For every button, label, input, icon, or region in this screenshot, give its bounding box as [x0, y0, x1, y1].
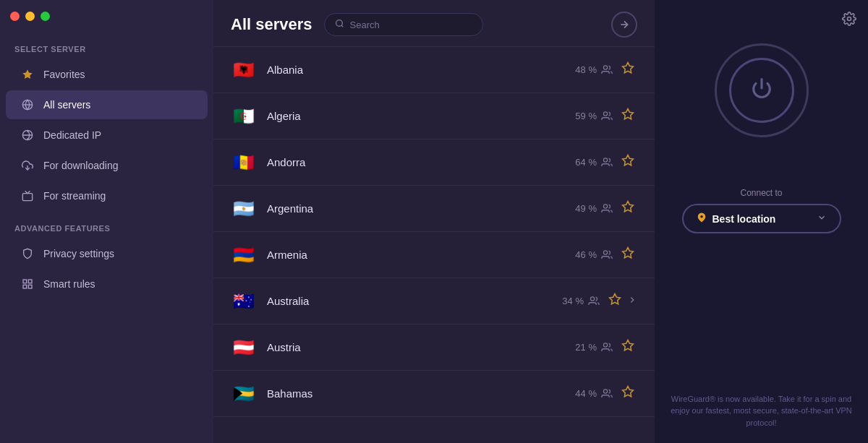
settings-button[interactable]	[842, 12, 856, 30]
svg-point-23	[603, 250, 607, 254]
country-flag: 🇦🇱	[231, 57, 257, 83]
server-row[interactable]: 🇩🇿 Algeria 59 %	[213, 93, 655, 139]
sidebar-item-favorites[interactable]: Favorites	[6, 60, 208, 89]
country-name: Algeria	[267, 110, 575, 122]
users-icon	[601, 64, 613, 76]
country-flag: 🇦🇺	[231, 288, 257, 314]
chevron-down-icon	[817, 212, 827, 225]
load-info: 21 %	[575, 342, 613, 353]
svg-rect-9	[28, 280, 32, 283]
titlebar	[0, 0, 213, 32]
favorite-star-icon[interactable]	[621, 108, 634, 124]
sidebar-item-smart-rules[interactable]: Smart rules	[6, 270, 208, 298]
country-flag: 🇦🇷	[231, 196, 257, 222]
sidebar-section-label: Select Server	[0, 32, 213, 59]
globe-icon	[20, 98, 35, 112]
page-title: All servers	[231, 15, 312, 34]
svg-point-15	[603, 65, 607, 69]
server-row[interactable]: 🇦🇲 Armenia 46 %	[213, 232, 655, 278]
sidebar-item-all-servers[interactable]: All servers	[6, 90, 208, 119]
svg-line-13	[341, 25, 343, 27]
right-panel: Connect to Best location WireGuard® is n…	[655, 0, 868, 443]
sidebar-item-for-streaming[interactable]: For streaming	[6, 181, 208, 210]
server-row[interactable]: 🇦🇷 Argentina 49 %	[213, 186, 655, 232]
advanced-section-label: Advanced Features	[0, 211, 213, 238]
favorite-star-icon[interactable]	[621, 246, 634, 263]
expand-chevron-icon[interactable]	[627, 295, 637, 308]
svg-marker-0	[22, 69, 32, 79]
favorite-star-icon[interactable]	[621, 385, 634, 402]
favorite-star-icon[interactable]	[608, 293, 621, 309]
minimize-button[interactable]	[25, 12, 35, 21]
load-info: 46 %	[575, 249, 613, 261]
svg-point-25	[590, 296, 594, 300]
svg-point-31	[848, 17, 851, 21]
country-name: Australia	[267, 295, 562, 307]
sidebar-item-privacy-settings[interactable]: Privacy settings	[6, 239, 208, 268]
favorite-star-icon[interactable]	[621, 61, 634, 78]
svg-point-27	[603, 343, 607, 346]
search-bar[interactable]	[324, 13, 483, 36]
svg-point-17	[603, 111, 607, 115]
sidebar-item-favorites-label: Favorites	[43, 69, 85, 80]
search-input[interactable]	[350, 20, 466, 30]
svg-marker-30	[623, 387, 634, 397]
favorite-star-icon[interactable]	[621, 200, 634, 217]
country-name: Austria	[267, 341, 575, 353]
load-info: 59 %	[575, 111, 613, 122]
svg-rect-7	[22, 194, 32, 201]
country-name: Albania	[267, 64, 575, 76]
sidebar-item-smart-rules-label: Smart rules	[43, 278, 95, 290]
load-info: 64 %	[575, 157, 613, 168]
navigation-arrow[interactable]	[611, 12, 637, 38]
load-percent: 34 %	[562, 296, 584, 306]
users-icon	[601, 249, 613, 261]
power-button[interactable]	[729, 58, 794, 123]
sidebar-item-for-downloading[interactable]: For downloading	[6, 151, 208, 180]
svg-rect-8	[23, 280, 27, 283]
users-icon	[601, 342, 613, 353]
connect-dropdown[interactable]: Best location	[682, 204, 841, 233]
sidebar-item-all-servers-label: All servers	[43, 99, 90, 111]
load-percent: 21 %	[575, 342, 597, 353]
cloud-download-icon	[20, 158, 35, 173]
country-flag: 🇦🇩	[231, 150, 257, 176]
favorite-star-icon[interactable]	[621, 154, 634, 171]
sidebar-item-dedicated-ip[interactable]: Dedicated IP	[6, 121, 208, 150]
best-location-label: Best location	[712, 213, 776, 225]
svg-marker-24	[623, 248, 634, 258]
svg-marker-20	[623, 155, 634, 165]
svg-marker-28	[623, 340, 634, 350]
globe-network-icon	[20, 128, 35, 142]
server-list: 🇦🇱 Albania 48 % �	[213, 47, 655, 443]
location-pin-icon	[697, 212, 707, 225]
svg-marker-22	[623, 202, 634, 212]
load-percent: 44 %	[575, 388, 597, 399]
favorite-star-icon[interactable]	[621, 339, 634, 356]
server-row[interactable]: 🇦🇹 Austria 21 %	[213, 324, 655, 371]
main-content: All servers 🇦🇱 Albania 48 %	[213, 0, 655, 443]
load-info: 49 %	[575, 203, 613, 215]
load-info: 44 %	[575, 388, 613, 400]
server-row[interactable]: 🇦🇩 Andorra 64 %	[213, 139, 655, 186]
svg-point-12	[336, 20, 342, 27]
connect-to-label: Connect to	[740, 188, 782, 198]
server-row[interactable]: 🇦🇱 Albania 48 %	[213, 47, 655, 93]
server-row[interactable]: 🇧🇸 Bahamas 44 %	[213, 371, 655, 417]
country-name: Andorra	[267, 156, 575, 168]
load-info: 48 %	[575, 64, 613, 76]
maximize-button[interactable]	[41, 12, 50, 21]
load-percent: 64 %	[575, 157, 597, 168]
svg-rect-11	[23, 285, 27, 288]
country-flag: 🇦🇹	[231, 335, 257, 361]
tv-icon	[20, 189, 35, 203]
svg-point-33	[700, 215, 703, 218]
svg-marker-16	[623, 63, 634, 73]
close-button[interactable]	[10, 12, 20, 21]
svg-marker-18	[623, 109, 634, 119]
sidebar-item-privacy-settings-label: Privacy settings	[43, 248, 114, 259]
load-info: 34 %	[562, 296, 600, 307]
server-row[interactable]: 🇦🇺 Australia 34 %	[213, 278, 655, 324]
load-percent: 59 %	[575, 111, 597, 121]
svg-rect-10	[28, 285, 32, 288]
